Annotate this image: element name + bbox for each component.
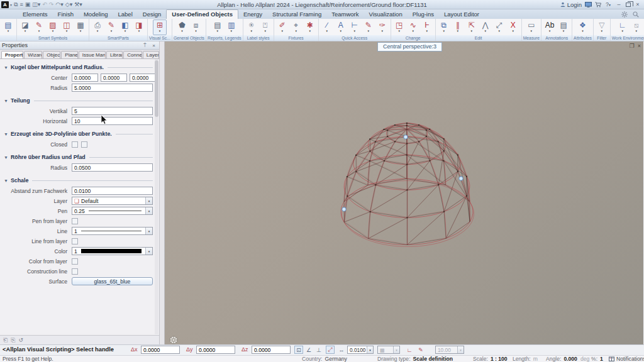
objects-palette-icon[interactable]: ▤▾ [1,19,15,35]
edit-mirror-icon[interactable]: ⋀▾ [479,19,492,35]
collapse-icon[interactable]: ▼ [4,155,8,160]
smartpart-convert-icon[interactable]: ◨▾ [132,19,146,35]
search-icon[interactable] [633,11,639,18]
symbol-pen-icon[interactable]: ✎▾ [32,19,46,35]
minimize-button[interactable]: – [615,1,623,8]
smart-symbol-icon[interactable]: ◪▾ [18,19,32,35]
panel-close-icon[interactable]: × [150,42,157,48]
annotation-abc-icon[interactable]: Ab▾ [543,19,557,35]
symbol-stamp-icon[interactable]: ▦▾ [74,19,87,35]
panel-tab-connect[interactable]: Connect [123,51,142,58]
scale-select[interactable]: 10.00▾ [435,346,464,354]
navigation-mode-icon[interactable]: ◠▾ [55,1,64,8]
navigation-wheel-icon[interactable] [169,336,178,344]
annotation-doc-icon[interactable]: ▤▾ [557,19,570,35]
attributes-tag-icon[interactable]: ❖▾ [575,19,589,35]
smartpart-browser-icon[interactable]: ⎙▾ [91,19,104,35]
spline-pen-icon[interactable]: ✑▾ [375,19,389,35]
selection-handle[interactable] [459,177,463,180]
new-document-icon[interactable]: ◫▾ [31,1,41,8]
menu-tab-design[interactable]: Design [138,10,167,19]
pin-icon[interactable]: ⍑ [142,42,148,48]
viewport-3d[interactable]: Central perspective:3 ❐ × [165,41,643,344]
smartpart-edit-icon[interactable]: ✎▾ [104,19,118,35]
change-spline-icon[interactable]: ∿▾ [406,19,420,35]
axes-setup-icon[interactable]: ∟▾ [616,19,630,35]
symbol-image-icon[interactable]: ▨▾ [46,19,60,35]
selection-handle[interactable] [404,135,408,139]
panel-tab-layers[interactable]: Layers [143,51,159,58]
field-center-2[interactable] [130,74,156,82]
field-abstand-zum-fachwerk[interactable] [72,187,153,195]
grid-select[interactable]: ▦▾ [377,346,400,354]
label-style-b-icon[interactable]: ⍞▾ [258,19,272,35]
dropdown-caret-icon[interactable]: ▾ [145,248,152,255]
checkbox-closed-0[interactable] [72,141,78,148]
edit-move-icon[interactable]: ⇱▾ [465,19,479,35]
fixture-pen-icon[interactable]: ✐▾ [275,19,289,35]
env-disabled-icon[interactable]: ⧅▾ [630,19,643,35]
checkbox-pen-from-layer[interactable] [72,218,78,224]
menu-tab-modeling[interactable]: Modeling [79,10,113,19]
label-style-a-icon[interactable]: ⍟▾ [245,19,258,35]
save-favorite-icon[interactable]: ⎘ [11,337,15,344]
panel-tab-objects[interactable]: Objects [43,51,60,58]
menu-tab-layout-editor[interactable]: Layout Editor [439,10,484,19]
task-board-icon[interactable]: ≡ [19,1,23,8]
notifications-button[interactable]: Notifications [609,356,644,362]
panel-splitter[interactable] [160,41,165,344]
draw-line-icon[interactable]: ∕▾ [320,19,334,35]
selection-handle[interactable] [342,207,346,211]
text-tool-icon[interactable]: A▾ [334,19,348,35]
checkbox-color-from-layer[interactable] [72,258,78,265]
undo-icon[interactable]: ↶ [42,1,48,8]
coordinate-input-icon[interactable]: ∠ [304,346,313,354]
select-line[interactable]: 1▾ [72,227,153,235]
button-glass-65t-blue[interactable]: glass_65t_blue [72,277,153,285]
allplan-logo-icon[interactable]: A [1,1,9,8]
track-tracing-icon[interactable]: ✎ [416,346,425,354]
step-width-select[interactable]: 0.0100▾ [347,346,374,354]
collapse-icon[interactable]: ▼ [4,65,8,70]
panel-scrollbar[interactable] [155,59,158,334]
filter-funnel-icon[interactable]: ▽▾ [595,19,609,35]
menu-tab-label[interactable]: Label [113,10,138,19]
point-assistant-icon[interactable]: ⤢ [326,346,335,354]
tripod-axes-icon[interactable]: ⊥ [314,346,323,354]
delta-z-field[interactable] [252,346,291,354]
pen-tool-icon[interactable]: ✎▾ [362,19,375,35]
object-tag-icon[interactable]: ⬟▾ [175,19,189,35]
field-horizontal[interactable] [72,117,153,125]
panel-tab-wizards[interactable]: Wizards [24,51,42,58]
window-layout-icon[interactable]: ⧉ [13,1,18,8]
edit-scale-icon[interactable]: ⤢▾ [492,19,506,35]
delta-x-field[interactable] [141,346,180,354]
menu-tab-elements[interactable]: Elements [18,10,53,19]
dimension-tool-icon[interactable]: ⊢▾ [348,19,362,35]
delta-y-field[interactable] [196,346,235,354]
field-radius[interactable] [72,84,153,92]
legend-list-icon[interactable]: ▥▾ [225,19,238,35]
menu-tab-teamwork[interactable]: Teamwork [326,10,364,19]
monitor-icon[interactable] [585,2,592,8]
select-pen[interactable]: 0.25▾ [72,207,153,215]
menu-tab-plug-ins[interactable]: Plug-ins [408,10,439,19]
panel-tab-issue-manager[interactable]: Issue Manager [79,51,106,58]
menu-tab-structural-framing[interactable]: Structural Framing [267,10,326,19]
change-beam-icon[interactable]: Ⱶ▾ [420,19,434,35]
menu-tab-visualization[interactable]: Visualization [364,10,408,19]
menu-tab-finish[interactable]: Finish [53,10,79,19]
fixture-abc-icon[interactable]: ⌖▾ [289,19,303,35]
fixture-gear-icon[interactable]: ✱▾ [303,19,317,35]
panel-tab-properties[interactable]: Properties [1,51,23,58]
collapse-icon[interactable]: ▼ [4,178,8,183]
dropdown-caret-icon[interactable]: ▾ [145,228,152,234]
model-view-icon[interactable]: ◇▾ [65,1,73,8]
step-width-icon[interactable]: ↔ [337,346,346,354]
menu-tab-energy[interactable]: Energy [238,10,267,19]
logo-caret-icon[interactable]: ▾ [10,3,12,7]
collapse-icon[interactable]: ▼ [4,99,8,103]
visual-scripting-icon[interactable]: ⊞▾ [153,19,167,35]
edit-spacing-icon[interactable]: ∥▾ [451,19,465,35]
dropdown-caret-icon[interactable]: ▾ [145,207,152,214]
